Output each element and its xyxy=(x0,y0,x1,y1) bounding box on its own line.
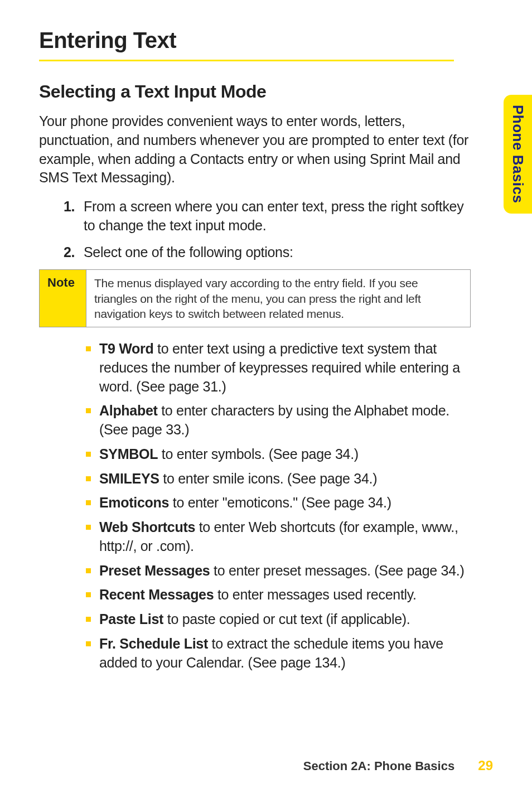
list-item: Paste List to paste copied or cut text (… xyxy=(86,610,471,629)
section-title: Selecting a Text Input Mode xyxy=(39,81,493,102)
list-item: SMILEYS to enter smile icons. (See page … xyxy=(86,470,471,489)
option-bold: SYMBOL xyxy=(99,446,158,462)
list-item: Fr. Schedule List to extract the schedul… xyxy=(86,635,471,673)
intro-paragraph: Your phone provides convenient ways to e… xyxy=(39,112,471,187)
option-rest: to enter messages used recently. xyxy=(214,587,416,602)
step-text: Select one of the following options: xyxy=(84,244,293,260)
list-item: Alphabet to enter characters by using th… xyxy=(86,402,471,439)
option-bold: Alphabet xyxy=(99,403,158,418)
option-bold: T9 Word xyxy=(99,341,153,356)
option-bold: Paste List xyxy=(99,611,163,627)
steps-list: 1. From a screen where you can enter tex… xyxy=(64,197,471,262)
note-text: The menus displayed vary according to th… xyxy=(86,270,470,327)
option-rest: to paste copied or cut text (if applicab… xyxy=(163,611,410,627)
list-item: Web Shortcuts to enter Web shortcuts (fo… xyxy=(86,518,471,556)
list-item: Recent Messages to enter messages used r… xyxy=(86,586,471,604)
step-item: 2. Select one of the following options: xyxy=(64,243,471,262)
options-list: T9 Word to enter text using a predictive… xyxy=(86,340,471,672)
step-number: 1. xyxy=(64,197,75,216)
footer-section: Section 2A: Phone Basics xyxy=(303,759,454,773)
list-item: Emoticons to enter "emoticons." (See pag… xyxy=(86,494,471,512)
step-text: From a screen where you can enter text, … xyxy=(84,199,463,233)
option-bold: Web Shortcuts xyxy=(99,519,195,535)
list-item: T9 Word to enter text using a predictive… xyxy=(86,340,471,396)
option-bold: SMILEYS xyxy=(99,471,159,486)
footer-page-number: 29 xyxy=(478,758,493,773)
option-rest: to enter preset messages. (See page 34.) xyxy=(210,563,464,578)
option-bold: Fr. Schedule List xyxy=(99,636,208,651)
option-rest: to enter symbols. (See page 34.) xyxy=(158,446,359,462)
page-title: Entering Text xyxy=(39,28,454,61)
list-item: Preset Messages to enter preset messages… xyxy=(86,562,471,581)
option-rest: to enter text using a predictive text sy… xyxy=(99,341,460,394)
note-box: Note The menus displayed vary according … xyxy=(39,269,471,327)
option-bold: Preset Messages xyxy=(99,563,210,578)
list-item: SYMBOL to enter symbols. (See page 34.) xyxy=(86,445,471,464)
option-rest: to enter smile icons. (See page 34.) xyxy=(159,471,378,486)
option-bold: Emoticons xyxy=(99,495,169,510)
note-label: Note xyxy=(40,270,86,327)
option-rest: to enter "emoticons." (See page 34.) xyxy=(169,495,391,510)
step-number: 2. xyxy=(64,243,75,262)
step-item: 1. From a screen where you can enter tex… xyxy=(64,197,471,235)
page-footer: Section 2A: Phone Basics 29 xyxy=(303,758,493,773)
side-tab: Phone Basics xyxy=(504,95,532,214)
option-bold: Recent Messages xyxy=(99,587,214,602)
